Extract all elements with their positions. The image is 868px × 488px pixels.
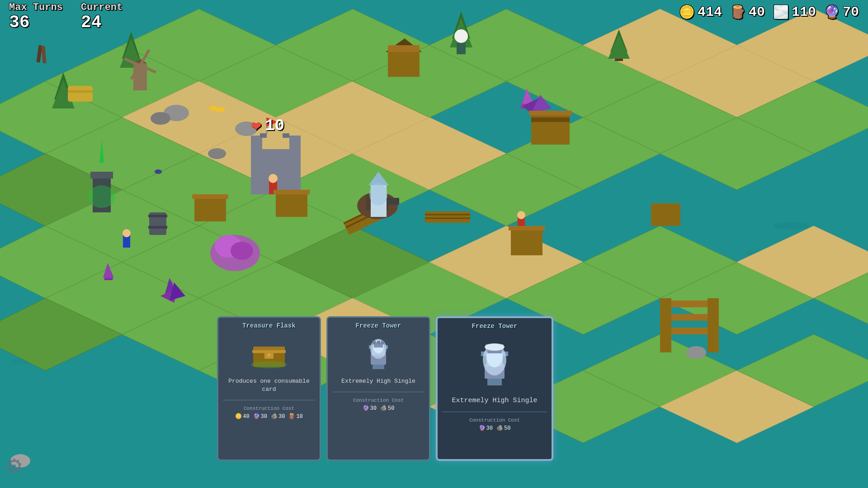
svg-rect-167 (381, 341, 384, 344)
card-3-cost-label: Construction Cost (469, 418, 520, 423)
svg-point-121 (231, 242, 253, 260)
svg-rect-129 (511, 230, 542, 255)
card-1-costs: 🪙 40 🔮 30 🪨 30 🪵 10 (235, 413, 303, 420)
stone-cost-value-3: 50 (504, 425, 510, 432)
magic-value: 70 (843, 5, 859, 20)
svg-rect-131 (651, 203, 680, 226)
game-world[interactable]: Max Turns 36 Current 24 🪙 414 🪵 40 🌫️ 11… (0, 0, 868, 488)
svg-point-143 (216, 107, 225, 113)
svg-rect-77 (388, 52, 420, 77)
card-2-costs: 🔮 30 🪨 50 (363, 405, 395, 412)
svg-marker-126 (192, 194, 228, 199)
gold-resource: 🪙 414 (679, 5, 722, 20)
resources-hud: 🪙 414 🪵 40 🌫️ 110 🔮 70 (679, 5, 859, 20)
svg-rect-147 (671, 314, 708, 321)
magic-cost-icon: 🔮 (253, 413, 260, 420)
gold-cost-value: 40 (243, 413, 249, 420)
svg-rect-125 (194, 199, 226, 221)
svg-rect-106 (148, 215, 167, 217)
wood-value: 40 (749, 5, 765, 20)
svg-rect-146 (671, 300, 708, 307)
svg-rect-111 (457, 43, 466, 54)
svg-marker-130 (509, 226, 545, 230)
magic-cost-value-2: 30 (370, 405, 377, 412)
card-1-cost-label: Construction Cost (244, 406, 294, 411)
cost-magic-2: 🔮 30 (363, 405, 377, 412)
svg-rect-127 (276, 194, 307, 217)
card-treasure-flask[interactable]: Treasure Flask Produces one consumable c… (217, 316, 321, 461)
svg-point-124 (369, 183, 387, 206)
stone-cost-value: 30 (278, 413, 285, 420)
svg-rect-166 (377, 341, 380, 344)
card-2-description: Extremely High Single (341, 377, 415, 385)
svg-rect-88 (251, 136, 262, 151)
svg-point-118 (517, 211, 525, 219)
cost-stone-3: 🪨 50 (496, 425, 510, 432)
magic-cost-icon-3: 🔮 (479, 425, 486, 432)
magic-cost-icon-2: 🔮 (363, 405, 369, 412)
card-3-title: Freeze Tower (472, 323, 518, 330)
wood-cost-value: 10 (296, 413, 302, 420)
card-2-image (356, 335, 401, 371)
stone-resource: 🌫️ 110 (773, 5, 816, 20)
magic-cost-value-3: 30 (486, 425, 493, 432)
svg-rect-148 (671, 328, 708, 334)
card-freeze-tower-2[interactable]: Freeze Tower (436, 316, 553, 461)
magic-cost-value: 30 (261, 413, 267, 420)
gold-icon: 🪙 (679, 5, 695, 20)
card-1-image (246, 335, 292, 371)
card-2-divider (332, 392, 425, 392)
svg-point-138 (208, 148, 226, 159)
svg-rect-86 (531, 117, 570, 122)
heart-icon: ❤ (251, 115, 261, 136)
card-1-title: Treasure Flask (242, 322, 296, 329)
svg-rect-132 (425, 211, 470, 223)
gold-value: 414 (698, 5, 722, 20)
card-2-cost-label: Construction Cost (353, 398, 404, 403)
svg-marker-85 (529, 111, 572, 115)
cost-stone-2: 🪨 50 (380, 405, 394, 412)
gold-cost-icon: 🪙 (235, 413, 242, 420)
settings-gear-icon[interactable]: ⚙ (7, 450, 22, 481)
svg-rect-145 (660, 298, 671, 352)
cost-gold: 🪙 40 (235, 413, 249, 420)
health-value: 10 (265, 117, 284, 135)
svg-point-96 (88, 185, 115, 208)
cost-stone: 🪨 30 (271, 413, 285, 420)
svg-point-1 (773, 222, 809, 230)
svg-point-144 (155, 169, 162, 174)
cost-wood: 🪵 10 (288, 413, 302, 420)
wood-resource: 🪵 40 (730, 5, 765, 20)
card-3-divider (442, 412, 547, 412)
svg-rect-79 (388, 45, 420, 52)
svg-rect-75 (68, 86, 93, 102)
stone-value: 110 (792, 5, 816, 20)
card-1-divider (223, 400, 315, 400)
wood-icon: 🪵 (730, 5, 746, 20)
magic-icon: 🔮 (824, 5, 840, 20)
svg-rect-95 (90, 172, 113, 178)
health-display: ❤ 10 (251, 115, 284, 136)
svg-point-139 (686, 346, 706, 359)
magic-resource: 🔮 70 (824, 5, 859, 20)
svg-point-116 (123, 229, 131, 237)
svg-rect-107 (148, 226, 167, 229)
card-3-image (467, 336, 522, 390)
card-freeze-tower-1[interactable]: Freeze Tower Extremel (326, 316, 430, 461)
svg-point-110 (454, 29, 468, 43)
svg-rect-165 (373, 341, 376, 344)
card-2-title: Freeze Tower (356, 322, 401, 329)
stone-cost-icon-3: 🪨 (496, 425, 503, 432)
svg-rect-149 (708, 298, 719, 352)
card-1-description: Produces one consumable card (223, 377, 315, 394)
stone-cost-value-2: 50 (388, 405, 394, 412)
card-3-description: Extremely High Single (452, 396, 537, 405)
svg-marker-128 (274, 190, 310, 194)
card-3-costs: 🔮 30 🪨 50 (479, 425, 511, 432)
svg-rect-89 (289, 136, 301, 151)
card-panel: Treasure Flask Produces one consumable c… (217, 316, 553, 461)
svg-point-157 (251, 361, 287, 368)
svg-point-178 (485, 343, 505, 351)
cost-magic-3: 🔮 30 (479, 425, 493, 432)
wood-cost-icon: 🪵 (288, 413, 295, 420)
